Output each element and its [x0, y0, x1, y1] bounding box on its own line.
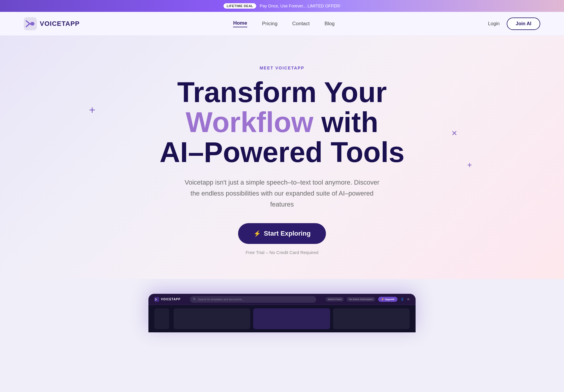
- hero-subtitle: Voicetapp isn't just a simple speech–to–…: [181, 177, 383, 210]
- svg-point-2: [29, 23, 31, 25]
- dash-right-actions: Admin Panel No Active Subscription ⚡ Upg…: [326, 297, 410, 302]
- start-exploring-button[interactable]: ⚡ Start Exploring: [238, 223, 326, 244]
- dash-card-1: [174, 308, 250, 329]
- dashboard-window: VOICETAPP 🔍 Search for templates and doc…: [148, 294, 416, 332]
- navbar: VOICETAPP Home Pricing Contact Blog Logi…: [0, 12, 564, 36]
- dash-logo-icon: [154, 297, 159, 302]
- logo-text: VOICETAPP: [40, 20, 80, 28]
- dash-search[interactable]: 🔍 Search for templates and documents...: [190, 296, 316, 303]
- lifetime-badge: LIFETIME DEAL: [224, 3, 256, 9]
- deco-x2-icon: +: [467, 160, 472, 170]
- dash-settings-icon: ⚙: [407, 298, 410, 301]
- login-button[interactable]: Login: [488, 21, 500, 26]
- dash-logo-area: VOICETAPP: [154, 297, 180, 302]
- dash-logo-text: VOICETAPP: [161, 298, 180, 301]
- dash-user-icon: 👤: [400, 298, 404, 301]
- hero-section: + × + MEET VOICETAPP Transform Your Work…: [0, 36, 564, 279]
- hero-title-highlight: Workflow: [186, 106, 313, 138]
- nav-links: Home Pricing Contact Blog: [233, 20, 335, 27]
- dash-subscription-label: No Active Subscription: [347, 297, 375, 301]
- join-ai-button[interactable]: Join AI: [507, 18, 540, 30]
- cta-label: Start Exploring: [264, 230, 311, 237]
- dashboard-titlebar: VOICETAPP 🔍 Search for templates and doc…: [148, 294, 416, 305]
- meet-label: MEET VOICETAPP: [260, 66, 305, 70]
- top-banner: LIFETIME DEAL Pay Once, Use Forever... L…: [0, 0, 564, 12]
- search-icon: 🔍: [193, 298, 196, 301]
- free-trial-text: Free Trial – No Credit Card Required: [245, 250, 318, 255]
- nav-blog[interactable]: Blog: [324, 21, 335, 27]
- dash-search-placeholder: Search for templates and documents...: [198, 298, 244, 301]
- dash-card-3: [333, 308, 410, 329]
- dashboard-preview: VOICETAPP 🔍 Search for templates and doc…: [0, 279, 564, 332]
- dash-content-area: [174, 308, 410, 329]
- deco-plus-icon: +: [89, 104, 95, 116]
- nav-right: Login Join AI: [488, 18, 540, 30]
- dashboard-body: [148, 305, 416, 332]
- logo-icon: [24, 17, 37, 30]
- deco-x1-icon: ×: [451, 128, 457, 139]
- dash-admin-label: Admin Panel: [326, 297, 344, 301]
- hero-title-with: with: [321, 106, 378, 138]
- hero-title-line1: Transform Your: [177, 76, 387, 108]
- hero-title: Transform Your Workflow with AI–Powered …: [159, 77, 404, 167]
- bolt-icon: ⚡: [254, 230, 261, 237]
- dash-upgrade-button[interactable]: ⚡ Upgrade: [378, 297, 397, 302]
- hero-title-line3: AI–Powered Tools: [159, 136, 404, 168]
- banner-text: Pay Once, Use Forever... LIMITED OFFER!: [260, 4, 340, 8]
- logo-area[interactable]: VOICETAPP: [24, 17, 80, 30]
- nav-pricing[interactable]: Pricing: [262, 21, 278, 27]
- dash-sidebar: [154, 308, 169, 329]
- nav-contact[interactable]: Contact: [292, 21, 310, 27]
- dash-card-2: [253, 308, 330, 329]
- nav-home[interactable]: Home: [233, 20, 247, 27]
